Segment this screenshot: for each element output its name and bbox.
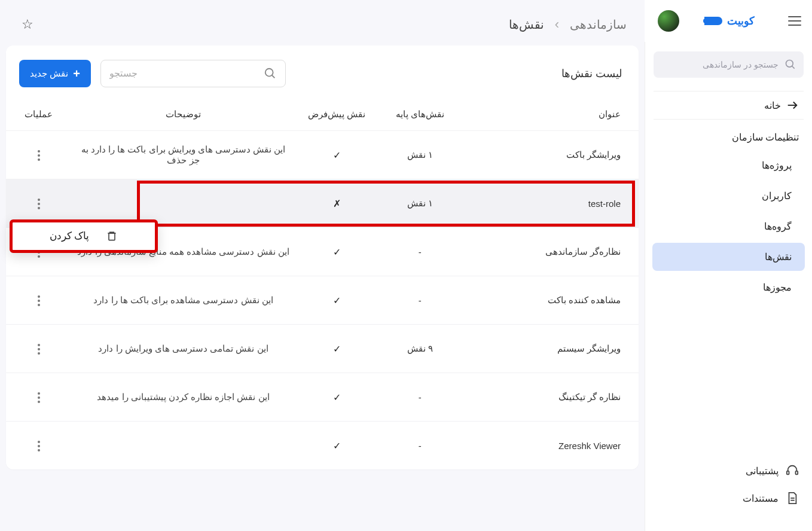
cell-default: ✓ (295, 228, 378, 276)
brand-logo-icon (704, 17, 722, 25)
cell-default: ✓ (295, 276, 378, 325)
nav-home[interactable]: خانه (654, 91, 804, 120)
arrow-right-icon (786, 99, 799, 112)
sidebar-item-1[interactable]: کاربران (652, 182, 805, 210)
cell-actions (6, 325, 71, 373)
breadcrumb: سازماندهی › نقش‌ها ☆ (0, 0, 645, 45)
cell-base: ۱ نقش (378, 131, 462, 179)
cell-title: مشاهده کننده باکت (462, 276, 639, 325)
cell-default: ✗ (295, 179, 378, 228)
cell-default: ✓ (295, 422, 378, 470)
cell-actions (6, 131, 71, 179)
svg-rect-3 (787, 471, 789, 475)
cell-base: - (378, 373, 462, 422)
th-default-role: نقش پیش‌فرض (295, 98, 378, 131)
search-input[interactable] (109, 68, 264, 79)
kebab-icon[interactable] (33, 194, 45, 214)
context-menu[interactable]: پاک کردن (10, 219, 158, 253)
cell-default: ✓ (295, 373, 378, 422)
sidebar-bottom: پشتیبانی مستندات (645, 451, 812, 524)
nav-section-title: تنظیمات سازمان (645, 120, 812, 149)
table-row[interactable]: نظاره گر تیکتینگ-✓این نقش اجازه نظاره کر… (6, 373, 639, 422)
nav-docs[interactable]: مستندات (645, 484, 812, 512)
kebab-icon[interactable] (33, 291, 45, 311)
cell-actions (6, 276, 71, 325)
search-box[interactable] (100, 60, 286, 87)
svg-point-0 (786, 60, 793, 68)
cell-base: - (378, 276, 462, 325)
cell-base: - (378, 228, 462, 276)
delete-label: پاک کردن (50, 230, 90, 242)
cell-desc: این نقش دسترسی مشاهده برای باکت ها را دا… (71, 276, 295, 325)
trash-icon (106, 230, 118, 243)
svg-rect-4 (796, 471, 798, 475)
search-icon (264, 67, 277, 80)
cell-base: - (378, 422, 462, 470)
card-title: لیست نقش‌ها (561, 67, 622, 80)
nav-home-label: خانه (764, 100, 781, 111)
sidebar-item-4[interactable]: مجوزها (652, 273, 805, 301)
breadcrumb-level2: نقش‌ها (509, 17, 544, 32)
new-role-button[interactable]: + نقش جدید (19, 60, 91, 87)
card-header: لیست نقش‌ها + نقش جدید (6, 56, 639, 98)
sidebar-item-0[interactable]: پروژه‌ها (652, 151, 805, 179)
roles-card: لیست نقش‌ها + نقش جدید عنوان نقش‌های پای… (6, 45, 639, 469)
sidebar-item-3[interactable]: نقش‌ها (652, 243, 805, 271)
document-icon (786, 492, 799, 505)
new-role-label: نقش جدید (30, 68, 68, 79)
svg-line-1 (792, 66, 795, 69)
table-row[interactable]: مشاهده کننده باکت-✓این نقش دسترسی مشاهده… (6, 276, 639, 325)
cell-default: ✓ (295, 325, 378, 373)
topbar: کوبیت (645, 0, 812, 42)
kebab-icon[interactable] (33, 145, 45, 166)
cell-desc: این نقش دسترسی های ویرایش برای باکت ها ر… (71, 131, 295, 179)
table-row[interactable]: ویرایشگر سیستم۹ نقش✓این نقش تمامی دسترسی… (6, 325, 639, 373)
brand[interactable]: کوبیت (704, 14, 755, 28)
cell-base: ۱ نقش (378, 179, 462, 228)
nav-support[interactable]: پشتیبانی (645, 457, 812, 484)
cell-actions (6, 422, 71, 470)
kebab-icon[interactable] (33, 339, 45, 359)
org-search-placeholder: جستجو در سازماندهی (703, 60, 779, 69)
nav-support-label: پشتیبانی (746, 465, 779, 477)
th-base-roles: نقش‌های پایه (378, 98, 462, 131)
sidebar: جستجو در سازماندهی خانه تنظیمات سازمان پ… (645, 42, 812, 531)
cell-title: ویرایشگر سیستم (462, 325, 639, 373)
roles-table: عنوان نقش‌های پایه نقش پیش‌فرض توضیحات ع… (6, 98, 639, 469)
cell-title: نظاره گر تیکتینگ (462, 373, 639, 422)
th-description: توضیحات (71, 98, 295, 131)
plus-icon: + (73, 67, 80, 81)
cell-title: نظاره‌گر سازماندهی (462, 228, 639, 276)
search-icon (784, 59, 796, 71)
sidebar-item-2[interactable]: گروه‌ها (652, 212, 805, 240)
svg-line-8 (272, 75, 275, 78)
kebab-icon[interactable] (33, 387, 45, 408)
breadcrumb-level1[interactable]: سازماندهی (570, 17, 627, 32)
brand-name: کوبیت (727, 14, 755, 28)
th-title: عنوان (462, 98, 639, 131)
kebab-icon[interactable] (33, 436, 45, 456)
cell-base: ۹ نقش (378, 325, 462, 373)
star-icon[interactable]: ☆ (22, 17, 33, 32)
cell-title: Zereshk Viewer (462, 422, 639, 470)
headset-icon (786, 464, 799, 477)
main: سازماندهی › نقش‌ها ☆ لیست نقش‌ها + نقش ج… (0, 0, 645, 531)
th-actions: عملیات (6, 98, 71, 131)
cell-desc: این نقش اجازه نظاره کردن پیشتیبانی را می… (71, 373, 295, 422)
cell-actions (6, 373, 71, 422)
cell-title: test-role (462, 179, 639, 228)
cell-title: ویرایشگر باکت (462, 131, 639, 179)
svg-point-7 (265, 69, 273, 77)
table-row[interactable]: Zereshk Viewer-✓ (6, 422, 639, 470)
svg-rect-9 (109, 233, 115, 240)
cell-default: ✓ (295, 131, 378, 179)
nav-docs-label: مستندات (743, 493, 779, 504)
org-search[interactable]: جستجو در سازماندهی (654, 51, 804, 78)
cell-desc (71, 422, 295, 470)
menu-icon[interactable] (784, 13, 801, 29)
avatar[interactable] (658, 10, 679, 32)
cell-desc: این نقش تمامی دسترسی های ویرایش را دارد (71, 325, 295, 373)
chevron-left-icon: › (555, 17, 559, 32)
table-row[interactable]: ویرایشگر باکت۱ نقش✓این نقش دسترسی های وی… (6, 131, 639, 179)
